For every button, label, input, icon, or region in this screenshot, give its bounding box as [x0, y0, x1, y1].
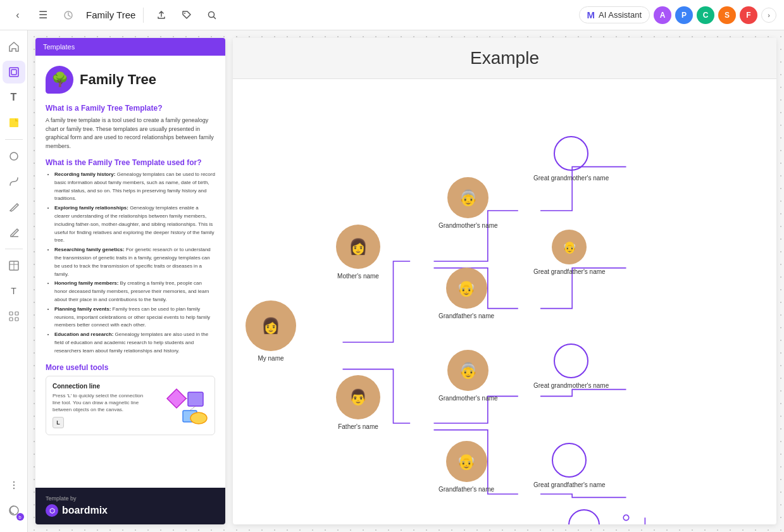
ai-label: AI Assistant: [599, 10, 642, 20]
node-mother[interactable]: 👩 Mother's name: [336, 225, 380, 280]
mgrandfather-label: Grandfather's name: [439, 312, 494, 319]
pgg2-circle: [552, 443, 587, 478]
pgg1-label: Great grandmother's name: [533, 382, 609, 389]
mgrandfather-photo: 👴: [446, 268, 487, 309]
back-button[interactable]: ‹: [8, 5, 28, 25]
bottom-circle: [568, 509, 600, 524]
mgg1-circle: [554, 136, 588, 171]
sidebar-item-shapes[interactable]: [3, 145, 25, 168]
pgrandmother-photo: 👵: [447, 350, 488, 391]
template-panel: Templates 🌳 Family Tree What is a Family…: [35, 38, 225, 524]
example-content: 👩 My name 👩 Mother's name 👨 Fath: [233, 79, 776, 524]
node-mgrandmother[interactable]: 👵 Grandmother's name: [439, 177, 498, 229]
mgg2-photo: 👴: [552, 230, 587, 264]
example-header: Example: [233, 38, 776, 79]
tag-button[interactable]: [177, 5, 197, 25]
section2-title: What is the Family Tree Template used fo…: [46, 158, 215, 167]
text-icon: T: [11, 92, 17, 103]
divider: [5, 139, 23, 140]
svg-point-6: [10, 152, 18, 160]
cl-diagram: [158, 383, 208, 427]
svg-point-1: [184, 13, 185, 14]
template-header: Templates: [35, 38, 225, 56]
sidebar-item-layers[interactable]: [3, 61, 25, 84]
node-mgg1[interactable]: Great grandmother's name: [533, 136, 609, 182]
avatar-1[interactable]: A: [654, 6, 671, 24]
node-pgrandfather[interactable]: 👴 Grandfather's name: [439, 441, 494, 493]
collapse-panel-button[interactable]: ›: [761, 8, 776, 23]
list-item-5: Planning family events: Family trees can…: [54, 306, 215, 330]
tools-title: More useful tools: [46, 363, 215, 372]
divider1: [143, 8, 144, 23]
left-sidebar: T: [0, 30, 28, 532]
sidebar-item-theme[interactable]: b: [3, 499, 25, 522]
avatar-3[interactable]: C: [697, 6, 714, 24]
svg-rect-10: [9, 312, 13, 315]
svg-point-21: [190, 412, 207, 424]
pgrandmother-label: Grandmother's name: [439, 395, 498, 402]
svg-rect-4: [11, 70, 16, 75]
sidebar-item-text2[interactable]: T: [3, 280, 25, 302]
sidebar-item-table[interactable]: [3, 254, 25, 277]
me-label: My name: [258, 355, 283, 362]
node-mgrandfather[interactable]: 👴 Grandfather's name: [439, 268, 494, 319]
text2-icon: T: [11, 286, 16, 296]
export-icon: [156, 10, 166, 20]
node-pgrandmother[interactable]: 👵 Grandmother's name: [439, 350, 498, 402]
template-content[interactable]: 🌳 Family Tree What is a Family Tree Temp…: [35, 56, 225, 488]
sidebar-item-more[interactable]: [3, 474, 25, 497]
sidebar-item-grid[interactable]: [3, 305, 25, 328]
list-item-1: Recording family history: Genealogy temp…: [54, 171, 215, 203]
sync-button[interactable]: [58, 5, 78, 25]
node-bottom[interactable]: Great grandfather's name: [548, 509, 620, 524]
ai-icon: M: [587, 9, 595, 20]
pgrandfather-photo: 👴: [446, 441, 487, 482]
sidebar-item-eraser[interactable]: [3, 221, 25, 244]
node-pgg1[interactable]: Great grandmother's name: [533, 343, 609, 389]
canvas-area[interactable]: Templates 🌳 Family Tree What is a Family…: [28, 30, 784, 532]
avatar-5[interactable]: F: [740, 6, 757, 24]
toolbar: ‹ ☰ Family Tree: [0, 0, 784, 30]
template-panel-title: Family Tree: [80, 71, 156, 88]
avatar-4[interactable]: S: [718, 6, 736, 24]
node-father[interactable]: 👨 Father's name: [336, 375, 380, 430]
template-logo-section: 🌳 Family Tree: [46, 66, 215, 94]
menu-button[interactable]: ☰: [33, 5, 53, 25]
grid-icon: [8, 310, 20, 323]
svg-point-16: [13, 488, 14, 489]
home-icon: [8, 40, 20, 53]
cl-key: L: [53, 417, 64, 428]
ai-assistant-button[interactable]: M AI Assistant: [579, 6, 650, 23]
list-item-3: Researching family genetics: For genetic…: [54, 246, 215, 278]
father-label: Father's name: [338, 423, 378, 430]
node-me[interactable]: 👩 My name: [246, 300, 296, 362]
list-item-2: Exploring family relationships: Genealog…: [54, 204, 215, 245]
eraser-icon: [8, 226, 20, 238]
connector-lines: [233, 79, 776, 524]
pgg2-label: Great grandfather's name: [533, 481, 606, 488]
svg-rect-11: [15, 312, 18, 315]
father-photo: 👨: [336, 375, 380, 419]
sidebar-item-text[interactable]: T: [3, 86, 25, 109]
document-title: Family Tree: [86, 9, 135, 20]
export-button[interactable]: [151, 5, 171, 25]
avatar-2[interactable]: P: [675, 6, 693, 24]
node-pgg2[interactable]: Great grandfather's name: [533, 443, 606, 488]
shapes-icon: [8, 150, 20, 163]
sidebar-item-pen[interactable]: [3, 195, 25, 218]
mother-label: Mother's name: [337, 273, 379, 280]
svg-rect-5: [9, 118, 18, 127]
search-button[interactable]: [202, 5, 222, 25]
divider2: [5, 249, 23, 249]
search-icon: [207, 10, 217, 20]
svg-rect-19: [188, 392, 203, 406]
svg-marker-18: [167, 389, 186, 408]
template-footer: Template by ⬡ boardmix: [35, 488, 225, 524]
node-mgg2[interactable]: 👴 Great grandfather's name: [533, 230, 606, 275]
sidebar-item-home[interactable]: [3, 35, 25, 58]
mgrandmother-photo: 👵: [447, 177, 488, 218]
sidebar-item-sticky[interactable]: [3, 111, 25, 134]
svg-point-15: [13, 485, 14, 486]
boardmix-logo: ⬡ boardmix: [46, 504, 215, 517]
sidebar-item-connector[interactable]: [3, 170, 25, 193]
